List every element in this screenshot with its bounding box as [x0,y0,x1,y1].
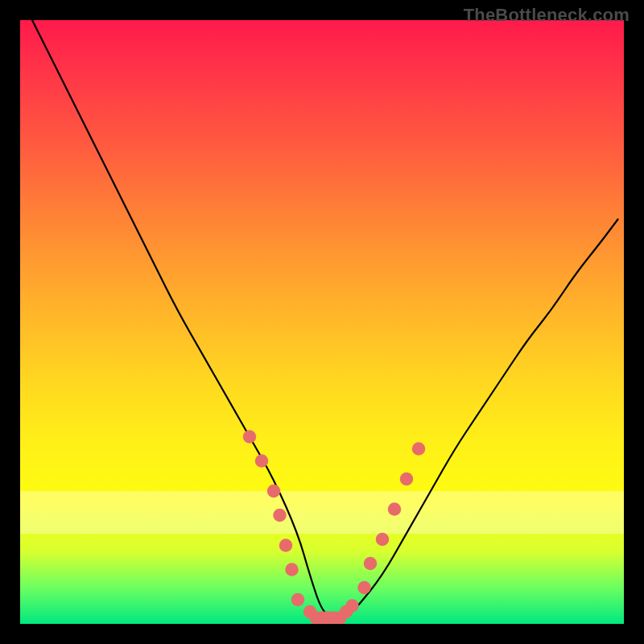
watermark-text: TheBottleneck.com [464,5,630,26]
data-marker [412,442,426,456]
data-marker [357,581,371,595]
chart-frame: TheBottleneck.com [0,0,644,644]
data-marker [267,485,281,498]
data-marker [400,473,414,486]
data-marker [364,557,378,571]
chart-svg [20,20,624,624]
data-marker [255,454,269,468]
data-marker [345,599,359,613]
data-marker [291,593,305,607]
marker-layer [243,430,426,624]
data-marker [279,539,293,552]
data-marker [273,509,287,522]
data-marker [388,502,402,516]
data-marker [285,563,299,576]
data-marker [376,533,390,547]
data-marker [243,430,257,444]
plot-area [20,20,624,624]
bottleneck-curve [32,20,618,618]
